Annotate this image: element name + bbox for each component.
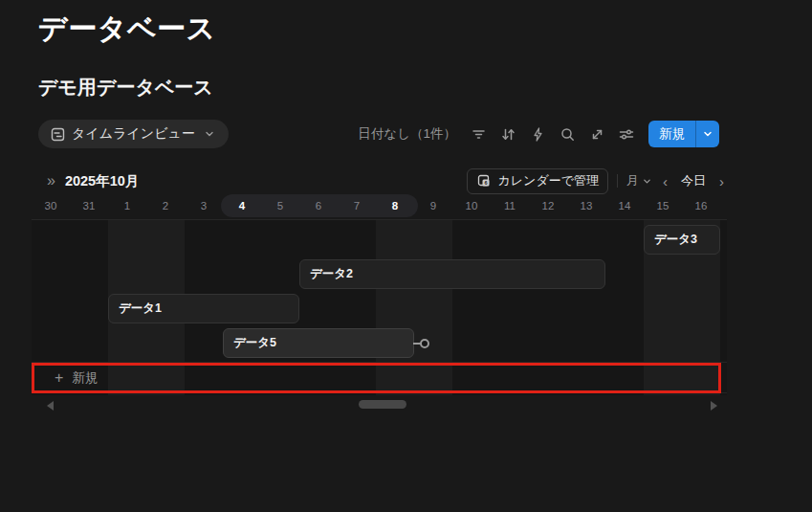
filter-icon[interactable] xyxy=(471,126,486,142)
manage-in-calendar-button[interactable]: 6 カレンダーで管理 xyxy=(467,168,608,194)
timeline-item-bar[interactable]: データ1 xyxy=(108,294,299,323)
date-cell: 10 xyxy=(452,194,491,217)
plus-icon: + xyxy=(55,370,63,386)
date-cell: 5 xyxy=(261,194,299,217)
divider xyxy=(617,174,618,188)
tab-timeline-view[interactable]: タイムラインビュー xyxy=(38,120,229,148)
manage-in-calendar-label: カレンダーで管理 xyxy=(497,172,599,189)
timeline-view-icon xyxy=(50,126,65,142)
date-cell: 2 xyxy=(146,194,185,217)
new-row-label: 新規 xyxy=(72,369,98,387)
timeline-item-bar[interactable]: データ2 xyxy=(299,259,605,289)
database-title: デモ用データベース xyxy=(38,75,213,100)
calendar-icon: 6 xyxy=(476,173,492,189)
scale-selector[interactable]: 月 xyxy=(626,172,651,189)
scroll-right-icon[interactable] xyxy=(711,401,717,411)
new-entry-button[interactable]: 新規 xyxy=(648,121,719,147)
automation-icon[interactable] xyxy=(530,126,545,142)
toolbar-actions: 日付なし（1件） 新規 xyxy=(358,121,719,147)
date-cell: 1 xyxy=(108,194,146,217)
timeline-items: データ3データ2データ1データ5 xyxy=(32,220,727,362)
new-row-button[interactable]: + 新規 xyxy=(32,362,727,393)
search-icon[interactable] xyxy=(560,126,575,142)
timeline-header: » 2025年10月 6 カレンダーで管理 月 ‹ 今日 › xyxy=(32,168,727,193)
view-tab-label: タイムラインビュー xyxy=(72,125,195,143)
view-toolbar: タイムラインビュー 日付なし（1件） 新規 xyxy=(38,119,719,149)
date-cell: 4 xyxy=(223,194,261,217)
prev-month-icon[interactable]: ‹ xyxy=(660,174,670,189)
horizontal-scrollbar xyxy=(32,396,727,415)
no-date-status[interactable]: 日付なし（1件） xyxy=(358,125,456,143)
new-entry-dropdown-icon[interactable] xyxy=(695,121,719,147)
timeline-item-bar[interactable]: データ3 xyxy=(644,225,720,255)
svg-text:6: 6 xyxy=(485,180,488,186)
next-month-icon[interactable]: › xyxy=(716,174,727,189)
today-button[interactable]: 今日 xyxy=(679,172,708,189)
date-cell: 9 xyxy=(414,194,452,217)
date-cell: 15 xyxy=(644,194,682,217)
date-cell: 13 xyxy=(567,194,605,217)
date-header-row: 303112345678910111213141516 xyxy=(32,194,727,217)
date-cell: 3 xyxy=(185,194,223,217)
new-entry-button-label[interactable]: 新規 xyxy=(648,121,695,147)
resize-handle-icon[interactable] xyxy=(420,339,429,348)
scale-selector-label: 月 xyxy=(626,172,639,189)
scroll-left-icon[interactable] xyxy=(47,401,54,411)
expand-icon[interactable] xyxy=(589,126,604,142)
chevron-down-icon xyxy=(202,126,217,142)
date-cell: 8 xyxy=(376,194,414,217)
date-cell: 6 xyxy=(299,194,338,217)
timeline-item-bar[interactable]: データ5 xyxy=(223,328,414,358)
date-cell: 14 xyxy=(605,194,644,217)
date-cell: 12 xyxy=(529,194,567,217)
sort-icon[interactable] xyxy=(500,126,516,142)
date-cell: 31 xyxy=(70,194,108,217)
date-cell: 7 xyxy=(338,194,376,217)
chevron-down-icon xyxy=(643,177,651,186)
settings-sliders-icon[interactable] xyxy=(619,126,634,142)
page-title: データベース xyxy=(38,10,216,49)
expand-table-icon[interactable]: » xyxy=(47,173,55,189)
timeline-view: » 2025年10月 6 カレンダーで管理 月 ‹ 今日 › 303112345… xyxy=(32,168,727,415)
scrollbar-thumb[interactable] xyxy=(359,400,406,409)
month-label[interactable]: 2025年10月 xyxy=(65,172,139,190)
date-cell: 16 xyxy=(682,194,720,217)
date-cell: 11 xyxy=(491,194,529,217)
date-cell: 30 xyxy=(32,194,70,217)
